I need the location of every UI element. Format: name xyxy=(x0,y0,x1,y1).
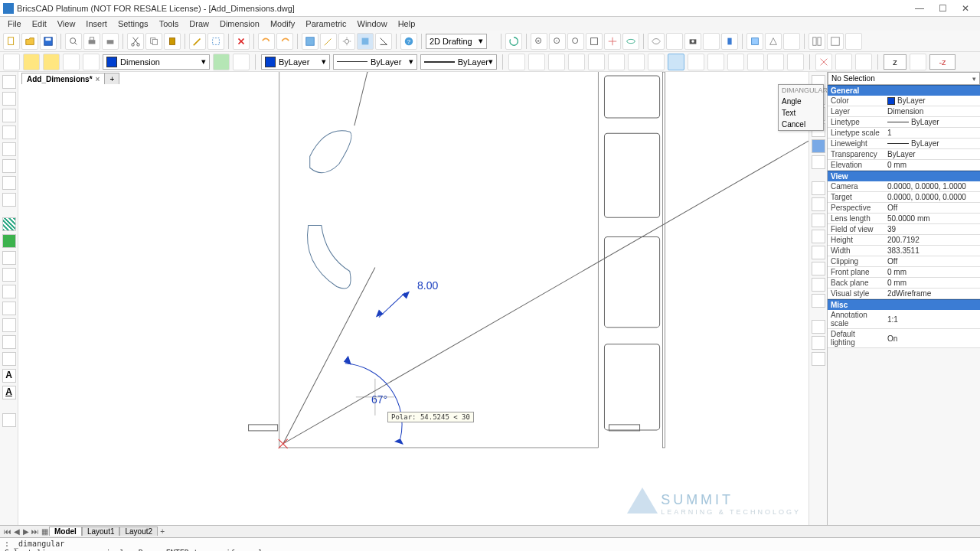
tool-palette-icon[interactable] xyxy=(302,33,318,50)
snap-ext-icon[interactable] xyxy=(628,54,645,70)
print-icon[interactable] xyxy=(83,33,100,50)
drawing-canvas[interactable]: 8.00 67° xyxy=(18,72,808,524)
prop-row[interactable]: Visual style2dWireframe xyxy=(828,289,980,299)
layer-filter-icon[interactable] xyxy=(213,54,230,70)
revcloud-icon[interactable] xyxy=(320,33,337,50)
zoom-extents-icon[interactable] xyxy=(567,33,584,50)
rt-extend-icon[interactable] xyxy=(812,230,825,243)
properties-section-view[interactable]: View xyxy=(828,171,980,181)
snap-perp-icon[interactable] xyxy=(668,54,684,70)
viewport1-icon[interactable] xyxy=(808,33,825,50)
layer-state-icon[interactable] xyxy=(233,54,250,70)
solid-tool-icon[interactable] xyxy=(2,318,16,332)
tab-list-icon[interactable]: ▦ xyxy=(40,527,49,536)
viewport2-icon[interactable] xyxy=(827,33,844,50)
block-tool-icon[interactable] xyxy=(2,413,16,427)
menu-dimension[interactable]: Dimension xyxy=(215,18,264,29)
snap-clear-icon[interactable] xyxy=(815,54,832,70)
hatch-tool-icon[interactable] xyxy=(2,217,16,231)
prop-row[interactable]: Lens length50.0000 mm xyxy=(828,214,980,224)
z-combo[interactable]: z xyxy=(884,54,906,70)
menu-tools[interactable]: Tools xyxy=(155,18,184,29)
snap-settings-icon[interactable] xyxy=(855,54,872,70)
prop-row[interactable]: LinetypeByLayer xyxy=(828,117,980,128)
context-menu-angle[interactable]: Angle xyxy=(779,96,823,107)
prop-row[interactable]: Back plane0 mm xyxy=(828,278,980,289)
rt-fillet-icon[interactable] xyxy=(812,278,825,292)
polyline-tool-icon[interactable] xyxy=(2,92,16,106)
prop-row[interactable]: Width383.3511 xyxy=(828,246,980,256)
revcloud-tool-icon[interactable] xyxy=(2,335,16,349)
prop-row[interactable]: Elevation0 mm xyxy=(828,160,980,171)
rt-array-icon[interactable] xyxy=(812,181,825,195)
materials-icon[interactable] xyxy=(746,33,763,50)
open-icon[interactable] xyxy=(21,33,38,50)
model-tab-layout2[interactable]: Layout2 xyxy=(119,527,158,536)
menu-window[interactable]: Window xyxy=(353,18,392,29)
erase-icon[interactable] xyxy=(233,33,250,50)
properties-section-misc[interactable]: Misc xyxy=(828,299,980,310)
line-tool-icon[interactable] xyxy=(2,75,16,89)
model-tab-layout1[interactable]: Layout1 xyxy=(82,527,120,536)
tab-first-icon[interactable]: ⏮ xyxy=(3,527,12,536)
properties-icon[interactable] xyxy=(357,33,374,50)
rt-join-icon[interactable] xyxy=(812,262,825,276)
context-menu-text[interactable]: Text xyxy=(779,107,823,119)
spline-tool-icon[interactable] xyxy=(2,176,16,190)
menu-view[interactable]: View xyxy=(53,18,80,29)
tab-next-icon[interactable]: ▶ xyxy=(21,527,31,536)
rt-offset-icon[interactable] xyxy=(812,197,825,211)
copy-icon[interactable] xyxy=(145,33,162,50)
zoom-in-icon[interactable]: + xyxy=(531,33,547,50)
rt-align-icon[interactable] xyxy=(812,336,825,350)
menu-parametric[interactable]: Parametric xyxy=(301,18,351,29)
layer-bulb-icon[interactable] xyxy=(23,54,40,70)
tab-prev-icon[interactable]: ◀ xyxy=(12,527,21,536)
prop-row[interactable]: LineweightByLayer xyxy=(828,139,980,149)
animation-icon[interactable] xyxy=(845,33,862,50)
layer-lock-icon[interactable] xyxy=(63,54,80,70)
snap-mid-icon[interactable] xyxy=(528,54,545,70)
prop-row[interactable]: PerspectiveOff xyxy=(828,203,980,214)
select-icon[interactable] xyxy=(207,33,224,50)
menu-help[interactable]: Help xyxy=(394,18,420,29)
save-icon[interactable] xyxy=(40,33,57,50)
snap-ins-icon[interactable] xyxy=(648,54,665,70)
prop-row[interactable]: Linetype scale1 xyxy=(828,128,980,139)
rt-chamfer-icon[interactable] xyxy=(812,294,825,308)
snap-none-icon[interactable] xyxy=(767,54,784,70)
command-line[interactable]: : _dimangular Select line, arc, or circl… xyxy=(0,537,980,551)
layer-sun-icon[interactable] xyxy=(43,54,60,70)
drawing-area[interactable]: Add_Dimensions*× + xyxy=(18,72,808,525)
prop-row[interactable]: Default lightingOn xyxy=(828,329,980,348)
neg-z-combo[interactable]: -z xyxy=(929,54,956,70)
menu-settings[interactable]: Settings xyxy=(113,18,153,29)
snap-node-icon[interactable] xyxy=(568,54,585,70)
prop-row[interactable]: Field of view39 xyxy=(828,224,980,235)
section-icon[interactable] xyxy=(783,33,800,50)
named-views-icon[interactable] xyxy=(666,33,683,50)
donut-tool-icon[interactable] xyxy=(2,285,16,298)
menu-insert[interactable]: Insert xyxy=(81,18,112,29)
maximize-button[interactable]: ☐ xyxy=(931,2,954,15)
rt-trim-icon[interactable] xyxy=(812,214,825,227)
menu-file[interactable]: File xyxy=(3,18,26,29)
print-preview-icon[interactable] xyxy=(65,33,82,50)
prop-row[interactable]: Height200.7192 xyxy=(828,235,980,246)
rt-stretch-icon[interactable] xyxy=(812,155,825,169)
prop-row[interactable]: Front plane0 mm xyxy=(828,267,980,278)
model-tab-model[interactable]: Model xyxy=(49,527,82,536)
polygon-tool-icon[interactable] xyxy=(2,302,16,315)
ucs-icon[interactable] xyxy=(703,33,720,50)
explorer-icon[interactable] xyxy=(375,33,392,50)
snap-endpoint-icon[interactable] xyxy=(508,54,525,70)
snap-track-icon[interactable] xyxy=(835,54,852,70)
snap-int-icon[interactable] xyxy=(608,54,625,70)
paste-icon[interactable] xyxy=(164,33,181,50)
point-tool-icon[interactable] xyxy=(2,193,16,207)
menu-modify[interactable]: Modify xyxy=(266,18,299,29)
prop-row[interactable]: ClippingOff xyxy=(828,256,980,267)
wipeout-tool-icon[interactable] xyxy=(2,268,16,282)
match-properties-icon[interactable] xyxy=(189,33,206,50)
rt-break-icon[interactable] xyxy=(812,246,825,259)
